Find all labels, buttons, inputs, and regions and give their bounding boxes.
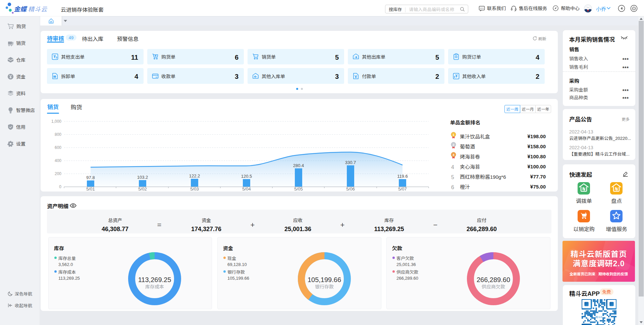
svg-text:3: 3 (452, 152, 454, 157)
svg-text:120.5: 120.5 (241, 173, 252, 179)
svg-text:1: 1 (452, 132, 454, 137)
svg-text:5/03: 5/03 (190, 185, 199, 192)
svg-text:5/05: 5/05 (294, 185, 303, 192)
svg-text:330.7: 330.7 (345, 159, 356, 165)
svg-text:0: 0 (59, 183, 61, 189)
svg-text:600: 600 (55, 144, 61, 150)
svg-text:5/04: 5/04 (242, 185, 251, 192)
svg-text:800: 800 (55, 131, 61, 137)
svg-text:5/06: 5/06 (346, 185, 355, 192)
svg-text:精斗云: 精斗云 (596, 315, 603, 319)
svg-text:5/01: 5/01 (86, 185, 95, 192)
svg-text:122.2: 122.2 (189, 172, 200, 179)
svg-text:97.8: 97.8 (86, 174, 95, 180)
svg-text:5/07: 5/07 (398, 185, 407, 192)
svg-text:103.2: 103.2 (137, 174, 148, 180)
svg-text:119.6: 119.6 (397, 173, 408, 179)
svg-text:280.4: 280.4 (293, 162, 304, 168)
svg-text:200: 200 (55, 170, 61, 176)
svg-text:1,000: 1,000 (51, 118, 61, 124)
svg-text:2: 2 (452, 142, 454, 147)
svg-text:5/02: 5/02 (138, 185, 147, 192)
svg-text:400: 400 (55, 157, 61, 163)
